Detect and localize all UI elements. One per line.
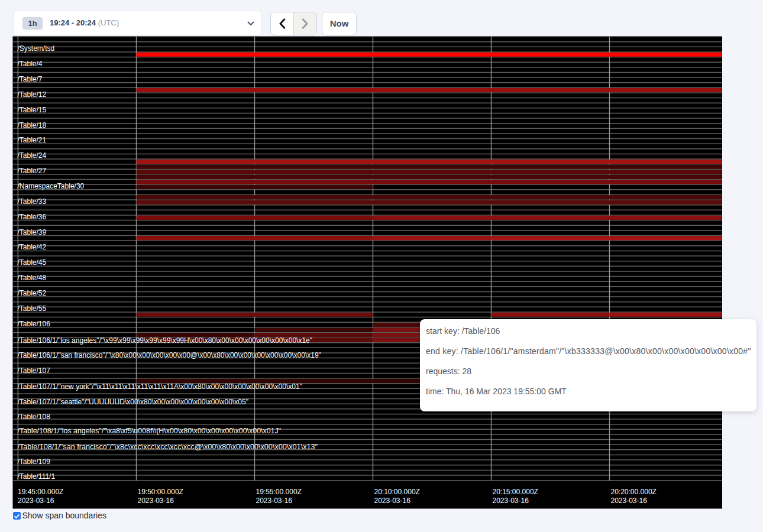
svg-text:19:50:00.000Z: 19:50:00.000Z	[138, 488, 183, 496]
svg-text:/Table/4: /Table/4	[18, 60, 43, 68]
svg-text:/Table/48: /Table/48	[18, 274, 47, 282]
svg-text:/Table/33: /Table/33	[18, 197, 47, 206]
svg-text:2023-03-16: 2023-03-16	[138, 497, 174, 505]
svg-text:/Table/109: /Table/109	[18, 458, 51, 466]
svg-text:2023-03-16: 2023-03-16	[18, 497, 54, 505]
svg-text:/NamespaceTable/30: /NamespaceTable/30	[18, 182, 85, 190]
svg-text:/Table/36: /Table/36	[18, 213, 47, 221]
svg-text:/Table/108/1/"san francisco"/": /Table/108/1/"san francisco"/"\x8c\xcc\x…	[18, 443, 318, 451]
svg-text:19:45:00.000Z: 19:45:00.000Z	[18, 488, 63, 496]
svg-text:/Table/107/1/"seattle"/"UUUUUU: /Table/107/1/"seattle"/"UUUUUUD\x00\x80\…	[18, 398, 248, 406]
svg-text:/Table/108/1/"los angeles"/"\x: /Table/108/1/"los angeles"/"\xa8\xf5\u00…	[18, 427, 282, 435]
svg-text:/Table/107: /Table/107	[18, 366, 51, 375]
svg-text:/Table/12: /Table/12	[18, 90, 47, 99]
svg-text:2023-03-16: 2023-03-16	[611, 497, 648, 505]
svg-text:/Table/15: /Table/15	[18, 106, 47, 114]
svg-text:2023-03-16: 2023-03-16	[256, 497, 293, 505]
svg-text:20:10:00.000Z: 20:10:00.000Z	[374, 488, 420, 496]
svg-text:/Table/21: /Table/21	[18, 136, 47, 144]
svg-text:19:55:00.000Z: 19:55:00.000Z	[256, 488, 302, 496]
svg-text:/Table/107/1/"new york"/"\x11\: /Table/107/1/"new york"/"\x11\x11\x11\x1…	[18, 382, 302, 391]
svg-text:/Table/52: /Table/52	[18, 289, 47, 297]
svg-text:20:20:00.000Z: 20:20:00.000Z	[611, 488, 657, 496]
svg-text:/Table/39: /Table/39	[18, 228, 47, 236]
svg-text:/Table/18: /Table/18	[18, 121, 47, 129]
svg-text:/Table/106/1/"los angeles"/"\x: /Table/106/1/"los angeles"/"\x99\x99\x99…	[18, 336, 313, 345]
svg-text:/Table/27: /Table/27	[18, 167, 47, 175]
svg-text:/Table/106: /Table/106	[18, 320, 51, 328]
svg-text:/Table/108: /Table/108	[18, 413, 51, 421]
svg-text:/Table/24: /Table/24	[18, 151, 47, 160]
svg-text:/Table/42: /Table/42	[18, 243, 47, 251]
svg-text:2023-03-16: 2023-03-16	[374, 497, 411, 505]
svg-text:/Table/111/1: /Table/111/1	[18, 472, 56, 481]
svg-text:/Table/45: /Table/45	[18, 258, 47, 267]
svg-text:/Table/106/1/"san francisco"/": /Table/106/1/"san francisco"/"\x80\x00\x…	[18, 351, 322, 359]
svg-text:/Table/7: /Table/7	[18, 75, 43, 83]
svg-text:2023-03-16: 2023-03-16	[493, 497, 529, 505]
svg-text:20:15:00.000Z: 20:15:00.000Z	[493, 488, 538, 496]
svg-text:/Table/55: /Table/55	[18, 304, 47, 313]
svg-text:/System/tsd: /System/tsd	[18, 44, 55, 53]
